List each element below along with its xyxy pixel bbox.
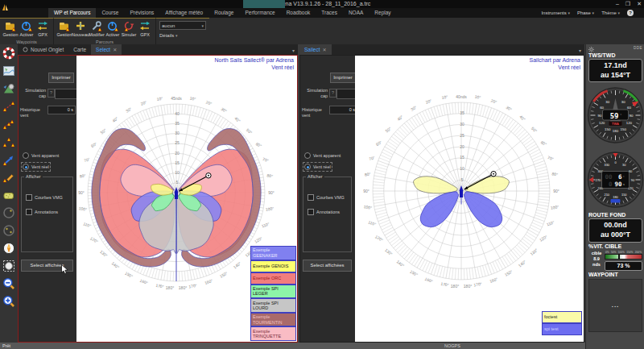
eraser-button[interactable]	[2, 188, 16, 205]
menu-tab-replay[interactable]: Replay	[369, 8, 396, 18]
ribbon-button-activer[interactable]: Activer	[105, 19, 121, 37]
chart-route-button[interactable]	[2, 81, 16, 98]
radio-vent-apparent[interactable]: Vent apparent	[304, 152, 341, 159]
ribbon-button-modifier[interactable]: Modifier	[89, 19, 105, 37]
svg-text:50°: 50°	[384, 126, 392, 133]
legend-item-exemple-geenaker[interactable]: Exemple GEENAKER	[250, 246, 296, 260]
left-chart-legend: Exemple GEENAKERExemple GENOISExemple OR…	[250, 246, 296, 341]
menu-instruments-dropdown[interactable]: Instruments ▾	[541, 10, 570, 15]
radio-vent-reel[interactable]: Vent réel	[23, 164, 49, 170]
menu-tab-noaa[interactable]: NOAA	[343, 8, 369, 18]
svg-text:45nds: 45nds	[171, 96, 182, 101]
legend-item-foctest[interactable]: foctest	[542, 311, 582, 323]
svg-text:150°: 150°	[409, 269, 419, 277]
svg-text:170°: 170°	[473, 281, 482, 288]
radio-vent-reel[interactable]: Vent réel	[304, 164, 331, 170]
select-affichees-button[interactable]: Select affichées	[303, 260, 352, 272]
menu-tab-affichage-m-t-o[interactable]: Affichage météo	[159, 8, 208, 18]
simulation-cap-input[interactable]	[55, 89, 77, 99]
menu-tab-roadbook[interactable]: Roadbook	[281, 8, 316, 18]
svg-text:60: 60	[627, 106, 631, 110]
ribbon-button-activer[interactable]: Activer	[19, 19, 35, 37]
zoom-out-button[interactable]	[2, 276, 16, 293]
details-dropdown[interactable]: Détails ▾	[159, 33, 206, 38]
ribbon-button-gestion[interactable]: Gestion	[2, 19, 19, 37]
history-wind-input[interactable]: 0 s	[329, 106, 357, 114]
ribbon-button-gestion[interactable]: Gestion	[56, 19, 72, 37]
svg-text:25: 25	[460, 133, 464, 138]
close-tab-icon[interactable]: ✕	[113, 47, 117, 52]
waypoints-group-button[interactable]	[2, 135, 16, 152]
chart-button[interactable]	[2, 64, 16, 81]
radio-vent-apparent[interactable]: Vent apparent	[23, 152, 59, 159]
chevron-down-icon[interactable]: ▾	[292, 48, 295, 53]
checkbox-courbes-vmg[interactable]: Courbes VMG	[308, 194, 345, 201]
close-button[interactable]: ✕	[637, 0, 642, 8]
checkbox-annotations[interactable]: Annotations	[308, 209, 340, 215]
maximize-button[interactable]: ❐	[625, 0, 630, 8]
tab-sailect[interactable]: Sailect✕	[299, 44, 332, 55]
menu-tab-course[interactable]: Course	[96, 8, 124, 18]
svg-text:70°: 70°	[547, 155, 554, 161]
print-button[interactable]: Imprimer	[48, 73, 74, 83]
tab-nouvel-onglet[interactable]: Nouvel Onglet	[18, 44, 68, 55]
legend-item-exemple-tourmentin[interactable]: Exemple TOURMENTIN	[250, 313, 296, 327]
menu-tab-traces[interactable]: Traces	[316, 8, 343, 18]
right-polar-chart[interactable]: 10°10°20°20°30°30°40°40°50°50°60°60°70°7…	[355, 56, 584, 342]
zoom-window-button[interactable]	[2, 259, 16, 276]
legend-item-spi-test[interactable]: spi test	[542, 323, 582, 335]
range-circle-button[interactable]	[2, 206, 16, 222]
compass-dial[interactable]: 0306090120150180210240270300330006°090s	[586, 148, 644, 211]
ribbon-button-nouveau[interactable]: Nouveau	[72, 19, 89, 37]
ribbon-button-gpx[interactable]: GPX	[137, 19, 153, 37]
range-circle-2-icon	[2, 224, 15, 240]
left-chart-area: North Sails Sailect® par Adrena Vent rée…	[76, 56, 297, 342]
menu-phase-dropdown[interactable]: Phase ▾	[577, 10, 594, 15]
svg-text:330: 330	[604, 163, 609, 167]
ribbon-button-simuler[interactable]: Simuler	[121, 19, 137, 37]
menu-tab-performance[interactable]: Performance	[239, 8, 280, 18]
svg-text:40°: 40°	[233, 116, 242, 123]
legend-item-exemple-trinquette[interactable]: Exemple TRINQUETTE	[250, 326, 296, 341]
tab-select[interactable]: Select✕	[91, 44, 122, 55]
help-button[interactable]: ?	[627, 10, 634, 16]
draw-button[interactable]	[2, 170, 16, 187]
legend-item-exemple-spi-leger[interactable]: Exemple SPI LEGER	[250, 285, 296, 299]
twa-dial[interactable]: 30306060909012012015015018059°TWA	[586, 83, 644, 147]
legend-item-exemple-genois[interactable]: Exemple GENOIS	[250, 260, 296, 272]
history-wind-input[interactable]: 0 s	[47, 106, 76, 114]
bearing-button[interactable]	[2, 152, 16, 169]
legend-item-exemple-spi-lourd[interactable]: Exemple SPI LOURD	[250, 298, 296, 313]
menu-tab-pr-visions[interactable]: Prévisions	[124, 8, 159, 18]
svg-text:90°: 90°	[268, 190, 275, 195]
svg-text:15: 15	[460, 155, 464, 160]
tab-carte[interactable]: Carte	[68, 44, 91, 55]
menu-tab-wp-et-parcours[interactable]: WP et Parcours	[48, 8, 96, 18]
svg-text:30°: 30°	[410, 105, 418, 112]
compass-button[interactable]	[2, 241, 16, 258]
gauge-bar	[605, 254, 642, 260]
close-tab-icon[interactable]: ✕	[323, 47, 327, 52]
svg-text:15: 15	[175, 160, 180, 165]
waypoints-button[interactable]	[2, 117, 16, 134]
route-fond-value[interactable]: 00.0nd au 000°T	[588, 218, 642, 242]
svg-text:10°: 10°	[189, 96, 196, 102]
menu-th-me-dropdown[interactable]: Thème ▾	[601, 10, 620, 15]
range-circle-2-button[interactable]	[2, 223, 16, 240]
legend-item-exemple-orc[interactable]: Exemple ORC	[250, 272, 296, 285]
route-dashed-button[interactable]	[2, 99, 16, 116]
print-button[interactable]: Imprimer	[330, 73, 356, 83]
mouse-cursor	[61, 263, 68, 277]
route-select-dropdown[interactable]: aucun ▾	[159, 21, 206, 30]
minimize-button[interactable]: –	[616, 0, 619, 8]
zoom-in-button[interactable]	[2, 294, 16, 311]
chevron-down-icon[interactable]: ▾	[579, 48, 581, 53]
ribbon-button-gpx[interactable]: GPX	[35, 19, 51, 37]
checkbox-annotations[interactable]: Annotations	[26, 209, 58, 215]
mob-lifebuoy-button[interactable]	[2, 46, 16, 63]
tws-twd-value[interactable]: 17.1nd au 154°T	[588, 59, 642, 82]
svg-text:20°: 20°	[205, 100, 213, 106]
menu-tab-roulage[interactable]: Roulage	[208, 8, 239, 18]
right-chart-title: Sailchart par Adrena Vent réel	[530, 56, 580, 72]
checkbox-courbes-vmg[interactable]: Courbes VMG	[26, 194, 63, 201]
